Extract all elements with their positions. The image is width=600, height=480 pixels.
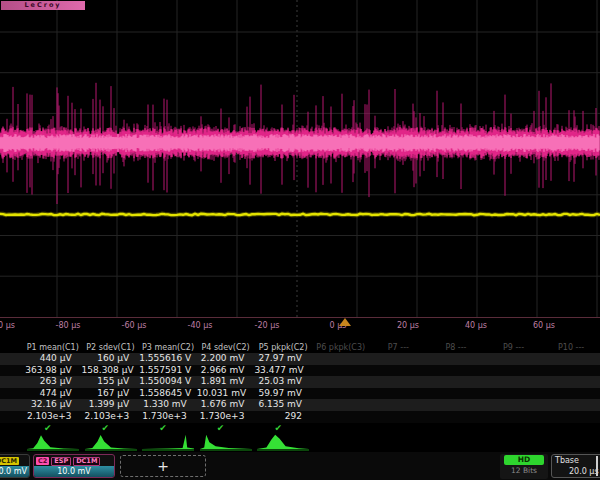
param-value-cell: 440 µV [24,353,82,365]
timebase-hdiv-value: 20.0 µs [569,467,599,476]
param-header-p1[interactable]: P1 mean(C1) [24,342,82,353]
param-value-cell [370,365,428,377]
channel-c2-descriptor[interactable]: C2 ESP DC1M 10.0 mV [33,454,115,478]
oscilloscope-screen: LeCroy -100 µs-80 µs-60 µs-40 µs-20 µs0 … [0,0,600,480]
param-value-cell: 2.966 mV [197,365,255,377]
param-value-cell [370,411,428,423]
histicon-bell[interactable] [257,434,309,451]
param-value-cell [312,376,370,388]
hd-bits-label: 12 Bits [500,465,548,477]
param-value-cell: 155 µV [82,376,140,388]
param-value-cell [542,388,600,400]
param-value-cell [427,388,485,400]
param-value-cell [485,388,543,400]
param-value-cell [312,353,370,365]
param-value-cell [485,353,543,365]
param-value-cell [312,388,370,400]
param-value-cell [485,411,543,423]
time-axis: -100 µs-80 µs-60 µs-40 µs-20 µs0 µs20 µs… [0,317,600,332]
param-header-p10[interactable]: P10 --- [542,342,600,353]
param-value-cell: 292 [254,411,312,423]
param-value-cell: 25.03 mV [254,376,312,388]
param-value-cell: 1.330 mV [139,399,197,411]
hd-mode-panel[interactable]: HD 12 Bits [500,454,548,479]
bottom-toolbar: DC1M 50.0 mV C2 ESP DC1M 10.0 mV + HD 12… [0,452,600,480]
param-value-cell [427,353,485,365]
param-value-cell: 1.555616 V [139,353,197,365]
param-value-cell [542,376,600,388]
param-value-cell [370,376,428,388]
param-status-check-icon: ✔ [139,423,197,433]
param-value-cell [427,376,485,388]
param-value-cell: 1.730e+3 [197,411,255,423]
param-value-cell: 1.730e+3 [139,411,197,423]
timebase-divider [596,456,598,476]
param-value-cell [427,399,485,411]
timebase-descriptor[interactable]: Tbase 20.0 µs [551,454,600,478]
channel-c1-descriptor[interactable]: DC1M 50.0 mV [0,454,30,478]
time-axis-label: -60 µs [122,321,147,330]
c2-vdiv-value: 10.0 mV [34,466,114,477]
param-header-p8[interactable]: P8 --- [427,342,485,353]
param-value-cell: 59.97 mV [254,388,312,400]
time-axis-label: 60 µs [533,321,555,330]
c2-noise-trace [0,83,599,204]
param-value-cell: 1.550094 V [139,376,197,388]
param-header-p5[interactable]: P5 pkpk(C2) [254,342,312,353]
param-value-cell [542,411,600,423]
param-value-cell [312,411,370,423]
param-value-cell: 32.16 µV [24,399,82,411]
c1-flat-trace [0,214,600,215]
param-value-cell: 167 µV [82,388,140,400]
param-value-cell: 33.477 mV [254,365,312,377]
param-value-cell: 2.103e+3 [24,411,82,423]
param-value-cell [485,376,543,388]
c2-coupling-badge: DC1M [73,457,100,466]
param-value-cell: 158.308 µV [82,365,140,377]
timebase-label: Tbase [555,456,579,465]
trigger-position-marker[interactable] [339,318,351,326]
param-header-p4[interactable]: P4 sdev(C2) [197,342,255,353]
c2-channel-badge: C2 [36,457,49,465]
param-value-cell [542,353,600,365]
param-value-cell: 1.558645 V [139,388,197,400]
time-axis-label: 40 µs [465,321,487,330]
hd-badge: HD [504,455,544,465]
param-header-p3[interactable]: P3 mean(C2) [139,342,197,353]
param-value-cell: 263 µV [24,376,82,388]
histicon-spike-left[interactable] [200,434,252,451]
c1-vdiv-value: 50.0 mV [0,466,29,477]
param-header-p9[interactable]: P9 --- [485,342,543,353]
histicon-spike-right[interactable] [142,434,194,451]
add-trace-button[interactable]: + [120,455,206,477]
waveform-plot-area [0,0,600,318]
c2-eres-badge: ESP [51,457,71,466]
param-value-cell [370,353,428,365]
param-value-cell: 1.399 µV [82,399,140,411]
param-value-cell: 474 µV [24,388,82,400]
histicon-bell[interactable] [85,434,137,451]
param-value-cell: 1.676 mV [197,399,255,411]
histicon-bell[interactable] [27,434,79,451]
plus-icon: + [157,458,169,474]
param-value-cell: 6.135 mV [254,399,312,411]
param-value-cell: 363.98 µV [24,365,82,377]
param-header-p7[interactable]: P7 --- [370,342,428,353]
param-value-cell: 1.891 mV [197,376,255,388]
param-value-cell: 1.557591 V [139,365,197,377]
param-header-p2[interactable]: P2 sdev(C1) [82,342,140,353]
param-header-p6[interactable]: P6 pkpk(C3) [312,342,370,353]
param-value-cell [312,365,370,377]
c1-coupling-badge: DC1M [0,457,19,465]
time-axis-label: -40 µs [188,321,213,330]
param-value-cell [427,411,485,423]
param-value-cell [542,399,600,411]
time-axis-label: -100 µs [0,321,15,330]
param-status-check-icon: ✔ [254,423,312,433]
param-status-check-icon: ✔ [82,423,140,433]
param-value-cell: 2.200 mV [197,353,255,365]
time-axis-label: -20 µs [255,321,280,330]
param-value-cell [485,365,543,377]
param-value-cell: 27.97 mV [254,353,312,365]
param-value-cell: 10.031 mV [197,388,255,400]
